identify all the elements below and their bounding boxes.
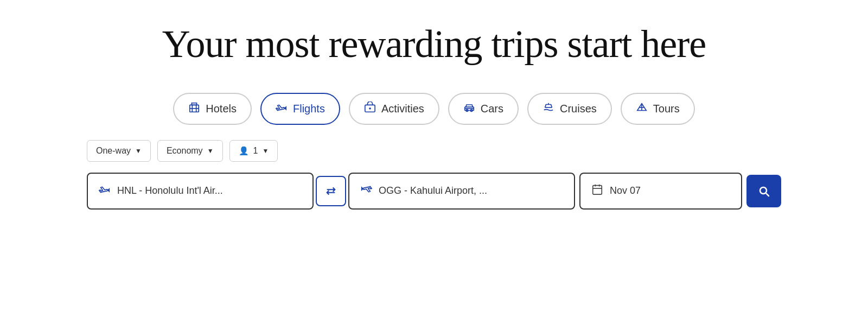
cabin-class-dropdown[interactable]: Economy ▼ [157,140,223,162]
destination-field[interactable]: OGG - Kahului Airport, ... [348,173,575,210]
destination-text: OGG - Kahului Airport, ... [379,185,487,196]
trip-type-arrow-icon: ▼ [135,147,142,155]
passengers-arrow-icon: ▼ [262,147,269,155]
tab-tours-label: Tours [653,103,680,115]
origin-field[interactable]: HNL - Honolulu Int'l Air... [87,173,314,210]
activities-icon [364,102,376,116]
trip-type-label: One-way [96,146,131,156]
category-tabs: Hotels Flights Activities [173,93,694,125]
search-icon [757,185,770,198]
date-field[interactable]: Nov 07 [579,173,742,210]
calendar-icon [591,183,603,199]
tab-cars-label: Cars [481,103,503,115]
cars-icon [463,102,475,116]
tab-tours[interactable]: Tours [621,93,695,125]
tab-hotels[interactable]: Hotels [173,93,252,125]
tab-flights[interactable]: Flights [260,93,340,125]
tab-cruises[interactable]: Cruises [527,93,612,125]
trip-type-dropdown[interactable]: One-way ▼ [87,140,151,162]
tab-hotels-label: Hotels [206,103,237,115]
origin-plane-icon [99,183,111,199]
date-text: Nov 07 [610,185,641,196]
flights-icon [276,102,288,116]
swap-button[interactable] [316,176,346,206]
tab-activities[interactable]: Activities [349,93,439,125]
tab-cruises-label: Cruises [560,103,597,115]
passenger-icon: 👤 [239,146,249,156]
passengers-label: 1 [253,146,258,156]
hero-title: Your most rewarding trips start here [162,22,706,67]
svg-rect-1 [192,103,197,105]
search-button[interactable] [746,175,781,207]
passengers-dropdown[interactable]: 👤 1 ▼ [229,140,278,162]
cabin-class-label: Economy [167,146,203,156]
svg-rect-8 [593,185,602,194]
origin-text: HNL - Honolulu Int'l Air... [117,185,223,196]
cabin-class-arrow-icon: ▼ [207,147,214,155]
options-row: One-way ▼ Economy ▼ 👤 1 ▼ [43,140,825,173]
search-row: HNL - Honolulu Int'l Air... OGG - Kahulu… [43,173,825,210]
destination-plane-icon [360,183,372,199]
tab-cars[interactable]: Cars [448,93,519,125]
hotels-icon [188,102,200,116]
cruises-icon [542,102,554,116]
tab-flights-label: Flights [293,103,325,115]
tab-activities-label: Activities [381,103,424,115]
tours-icon [636,102,648,116]
